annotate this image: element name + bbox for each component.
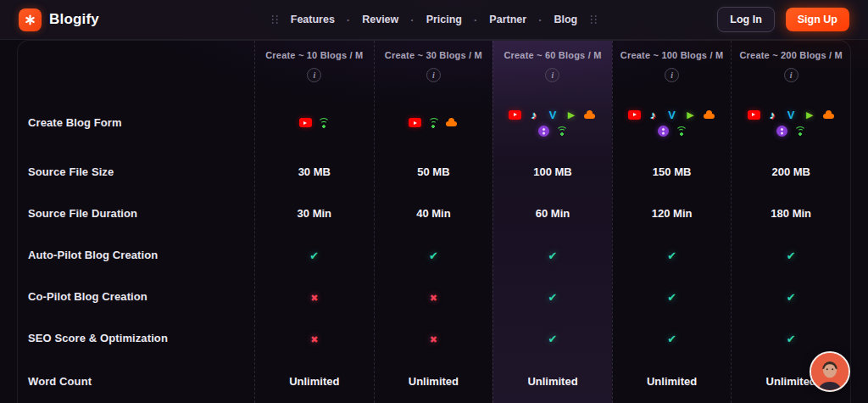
plan-header: Create ~ 100 Blogs / M: [620, 50, 723, 60]
co-pilot-mark: [548, 290, 558, 304]
plan-column-100-blogs: Create ~ 100 Blogs / M 150 MB 120 Min Un…: [612, 41, 732, 403]
vimeo-icon: [546, 109, 559, 120]
auto-pilot-mark: [548, 249, 558, 262]
info-icon[interactable]: [545, 68, 559, 82]
blogify-logo-icon: [19, 8, 42, 31]
feature-label: Source File Size: [18, 151, 254, 193]
co-pilot-mark: [787, 290, 796, 304]
nav-link-blog[interactable]: Blog: [554, 14, 577, 25]
youtube-icon: [628, 110, 641, 120]
vimeo-icon: [665, 109, 678, 120]
signup-button[interactable]: Sign Up: [786, 8, 849, 31]
main-nav: Features · Review · Pricing · Partner · …: [271, 14, 598, 26]
top-navbar: Blogify Features · Review · Pricing · Pa…: [0, 0, 868, 40]
plan-column-60-blogs: Create ~ 60 Blogs / M 100 MB 60 Min Unli…: [492, 41, 612, 403]
auto-pilot-mark: [429, 249, 438, 262]
soundcloud-icon: [583, 109, 596, 120]
plan-header: Create ~ 10 Blogs / M: [265, 50, 363, 60]
plan-comparison-table: Create Blog Form Source File Size Source…: [17, 40, 851, 403]
nav-separator-dot: ·: [538, 14, 542, 26]
rumble-icon: [804, 109, 816, 120]
podcast-icon: [657, 126, 670, 137]
soundcloud-icon: [822, 109, 835, 120]
feature-label: Auto-Pilot Blog Creation: [18, 234, 254, 276]
tiktok-icon: [527, 109, 540, 120]
feature-label-column: Create Blog Form Source File Size Source…: [18, 41, 254, 403]
podcast-icon: [776, 126, 788, 137]
feature-label: Create Blog Form: [18, 94, 254, 151]
plan-source-file-size: 30 MB: [255, 151, 374, 193]
plan-source-file-duration: 60 Min: [493, 193, 612, 234]
seo-mark: [310, 332, 318, 345]
feature-label: Co-Pilot Blog Creation: [18, 276, 254, 317]
login-button[interactable]: Log In: [717, 7, 775, 32]
plan-source-file-duration: 30 Min: [255, 193, 374, 234]
nav-link-features[interactable]: Features: [291, 14, 335, 25]
co-pilot-mark: [430, 290, 437, 304]
soundcloud-icon: [703, 109, 715, 120]
auto-pilot-mark: [309, 249, 319, 262]
nav-link-pricing[interactable]: Pricing: [426, 14, 462, 25]
feature-label: SEO Score & Optimization: [18, 317, 254, 359]
soundcloud-icon: [445, 117, 458, 128]
youtube-icon: [509, 110, 521, 120]
auto-pilot-mark: [787, 249, 796, 262]
nav-separator-dot: ·: [474, 14, 477, 26]
nav-dots-icon: [589, 14, 597, 25]
rss-icon: [794, 126, 806, 136]
auto-pilot-mark: [667, 249, 676, 262]
tiktok-icon: [647, 109, 659, 120]
plan-source-file-size: 100 MB: [493, 151, 612, 193]
plan-header: Create ~ 60 Blogs / M: [504, 50, 601, 60]
podcast-icon: [537, 126, 550, 137]
plan-source-file-duration: 40 Min: [375, 193, 493, 234]
info-icon[interactable]: [426, 68, 441, 82]
info-icon[interactable]: [307, 68, 321, 82]
rss-icon: [318, 118, 330, 128]
plan-source-file-duration: 120 Min: [613, 193, 732, 234]
rss-icon: [556, 126, 568, 136]
nav-separator-dot: ·: [347, 14, 350, 26]
info-icon[interactable]: [665, 68, 679, 82]
plan-source-file-size: 200 MB: [732, 151, 850, 193]
seo-mark: [787, 332, 796, 345]
youtube-icon: [409, 118, 421, 127]
plan-platform-icons: [732, 94, 850, 151]
plan-platform-icons: [613, 94, 732, 151]
plan-header: Create ~ 200 Blogs / M: [739, 50, 842, 60]
chat-widget-avatar[interactable]: [810, 351, 850, 392]
youtube-icon: [299, 118, 312, 127]
rumble-icon: [565, 109, 577, 120]
plan-header: Create ~ 30 Blogs / M: [385, 50, 482, 60]
plan-platform-icons: [255, 94, 374, 151]
plan-word-count: Unlimited: [255, 359, 374, 403]
nav-link-review[interactable]: Review: [362, 14, 398, 25]
plan-source-file-size: 150 MB: [613, 151, 732, 193]
nav-dots-icon: [271, 14, 279, 25]
tiktok-icon: [766, 109, 779, 120]
vimeo-icon: [785, 109, 798, 120]
empty-header-cell: [18, 41, 254, 94]
plan-word-count: Unlimited: [613, 359, 732, 403]
plan-word-count: Unlimited: [493, 359, 612, 403]
brand-name: Blogify: [49, 11, 99, 28]
nav-link-partner[interactable]: Partner: [489, 14, 526, 25]
rss-icon: [427, 118, 439, 128]
rumble-icon: [684, 109, 697, 120]
feature-label: Source File Duration: [18, 193, 254, 234]
plan-column-30-blogs: Create ~ 30 Blogs / M 50 MB 40 Min Unlim…: [374, 41, 493, 403]
auth-actions: Log In Sign Up: [717, 7, 849, 32]
feature-label: Word Count: [18, 359, 254, 403]
plan-source-file-duration: 180 Min: [732, 193, 850, 234]
co-pilot-mark: [667, 290, 676, 304]
info-icon[interactable]: [784, 68, 798, 82]
plan-column-10-blogs: Create ~ 10 Blogs / M 30 MB 30 Min Unlim…: [254, 41, 374, 403]
co-pilot-mark: [310, 290, 318, 304]
brand-logo-link[interactable]: Blogify: [19, 8, 99, 31]
rss-icon: [676, 126, 687, 136]
seo-mark: [667, 332, 676, 345]
plan-platform-icons: [375, 94, 493, 151]
seo-mark: [430, 332, 437, 345]
nav-separator-dot: ·: [410, 14, 414, 26]
youtube-icon: [748, 110, 760, 120]
